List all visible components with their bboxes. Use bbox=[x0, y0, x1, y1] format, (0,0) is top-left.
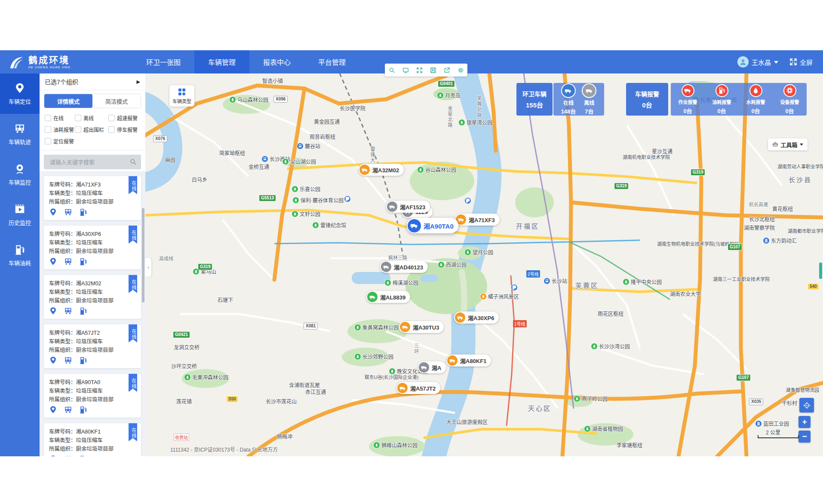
locate-icon[interactable] bbox=[49, 406, 57, 414]
vehicle-type: 垃圾压缩车 bbox=[76, 388, 103, 394]
measure-frame-icon[interactable] bbox=[402, 67, 409, 74]
filter-parking-alarm[interactable]: 停车报警 bbox=[108, 126, 138, 133]
fullscreen-button[interactable]: 全屏 bbox=[789, 58, 813, 67]
map-poi-label: 燕子岭公园 bbox=[574, 395, 608, 402]
nav-item-vehicle-management[interactable]: 车辆管理 bbox=[194, 50, 249, 73]
checkbox[interactable] bbox=[108, 115, 115, 121]
map-canvas[interactable]: 智造小镇乌山森林公园长沙医学院黄金园互通月亮岛观音岩枢纽银星湾公园金星北路芙蓉北… bbox=[145, 73, 823, 456]
track-icon[interactable] bbox=[64, 257, 72, 266]
vehicle-card[interactable]: 车牌号码：湘A90TA0 车辆类型：垃圾压缩车 所属组织：厨余垃圾项目部 在线 bbox=[44, 374, 141, 418]
export-icon[interactable] bbox=[443, 67, 451, 74]
locate-icon[interactable] bbox=[49, 356, 57, 364]
vehicle-track-icon bbox=[14, 123, 25, 134]
metro-line-tag: 1号线 bbox=[513, 320, 527, 327]
track-icon[interactable] bbox=[64, 208, 72, 216]
filter-fuel-alarm[interactable]: 油耗报警 bbox=[45, 126, 75, 133]
map-poi-label: 谷山森林公园 bbox=[417, 166, 456, 173]
settings-gear-icon[interactable] bbox=[457, 67, 464, 74]
vehicle-marker[interactable]: 湘A32M02 bbox=[359, 164, 404, 176]
nav-item-platform-management[interactable]: 平台管理 bbox=[304, 50, 359, 73]
expand-icon[interactable] bbox=[416, 67, 423, 74]
checkbox[interactable] bbox=[108, 126, 115, 133]
zoom-search-icon[interactable] bbox=[388, 67, 396, 74]
checkbox[interactable] bbox=[75, 115, 81, 121]
user-menu[interactable]: 王水晶 bbox=[737, 56, 778, 67]
map-text-label: 含浦街道瓦屋 bbox=[289, 381, 320, 388]
vehicle-type-button[interactable]: 车辆类型 bbox=[169, 85, 194, 107]
track-icon[interactable] bbox=[64, 356, 72, 364]
map-poi-label: 保利·麓谷体育公园 bbox=[292, 196, 344, 204]
online-truck-icon bbox=[561, 83, 576, 98]
sidebar-item-vehicle-track[interactable]: 车辆轨迹 bbox=[0, 114, 40, 154]
vehicle-marker[interactable]: 湘A57JT2 bbox=[396, 382, 440, 394]
stat-offline: 离线 7台 bbox=[582, 83, 596, 115]
map-poi-label: 长沙站 bbox=[544, 277, 567, 284]
track-icon[interactable] bbox=[64, 307, 72, 315]
checkbox[interactable] bbox=[45, 126, 51, 133]
tab-simple-mode[interactable]: 简洁模式 bbox=[92, 94, 141, 108]
locate-icon[interactable] bbox=[49, 257, 57, 266]
vehicle-marker[interactable]: 湘A30XP6 bbox=[454, 312, 499, 324]
vehicle-card[interactable]: 车牌号码：湘A32M02 车辆类型：垃圾压缩车 所属组织：厨余垃圾项目部 在线 bbox=[44, 275, 141, 319]
nav-item-overview-map[interactable]: 环卫一张图 bbox=[132, 50, 194, 73]
locate-icon[interactable] bbox=[49, 208, 57, 216]
vehicle-marker[interactable]: 湘A30TU3 bbox=[399, 321, 444, 333]
truck-icon bbox=[381, 262, 391, 272]
sidebar-item-vehicle-fuel[interactable]: 车辆油耗 bbox=[0, 235, 40, 275]
search-input[interactable] bbox=[49, 159, 132, 166]
fuel-icon[interactable] bbox=[79, 307, 87, 315]
zoom-out-button[interactable]: − bbox=[798, 431, 811, 443]
map-scrollbar-thumb[interactable] bbox=[819, 263, 822, 279]
vehicle-plate: 湘A57JT2 bbox=[76, 330, 100, 336]
checkbox[interactable] bbox=[75, 126, 81, 133]
sidebar-item-vehicle-locate[interactable]: 车辆定位 bbox=[0, 73, 40, 114]
locate-icon[interactable] bbox=[49, 455, 57, 456]
fuel-icon[interactable] bbox=[79, 455, 87, 456]
locate-button[interactable] bbox=[799, 398, 814, 412]
tab-detail-mode[interactable]: 详情模式 bbox=[44, 94, 92, 108]
vehicle-plate: 湘A80KF1 bbox=[76, 429, 101, 435]
locate-icon[interactable] bbox=[49, 307, 57, 315]
filter-locate-alarm[interactable]: 定位报警 bbox=[45, 137, 75, 145]
filter-online[interactable]: 在线 bbox=[45, 114, 75, 122]
fuel-icon[interactable] bbox=[79, 208, 87, 216]
panel-collapse-handle[interactable]: ‹ bbox=[145, 258, 151, 277]
vehicle-card[interactable]: 车牌号码：湘A71XF3 车辆类型：垃圾压缩车 所属组织：厨余垃圾项目部 在线 bbox=[44, 176, 141, 220]
map-text-label: 莲花镇 bbox=[176, 397, 192, 405]
fuel-icon[interactable] bbox=[79, 356, 87, 364]
vehicle-marker[interactable]: 湘A71XF3 bbox=[455, 214, 500, 226]
vehicle-marker[interactable]: 湘A80KF1 bbox=[446, 354, 491, 367]
search-icon[interactable] bbox=[129, 158, 137, 167]
sidebar-item-vehicle-monitor[interactable]: 车辆监控 bbox=[0, 154, 40, 195]
vehicle-card[interactable]: 车牌号码：湘A57JT2 车辆类型：垃圾压缩车 所属组织：厨余垃圾项目部 在线 bbox=[44, 324, 141, 368]
panel-scrollbar-thumb[interactable] bbox=[142, 208, 144, 302]
stat-count: 0台 bbox=[642, 100, 652, 109]
org-selector[interactable]: 已选7个组织 ▶ bbox=[40, 73, 145, 90]
vehicle-marker[interactable]: 湘A90TA0 bbox=[407, 218, 458, 233]
filter-overspeed-alarm[interactable]: 超速报警 bbox=[108, 114, 138, 122]
park-icon bbox=[184, 374, 191, 381]
checkbox[interactable] bbox=[45, 115, 51, 121]
track-icon[interactable] bbox=[64, 455, 72, 456]
vehicle-marker[interactable]: 湘AL8839 bbox=[366, 291, 410, 303]
vehicle-card[interactable]: 车牌号码：湘A80KF1 车辆类型：垃圾压缩车 所属组织：厨余垃圾项目部 在线 bbox=[44, 423, 141, 456]
nav-item-report-center[interactable]: 报表中心 bbox=[249, 50, 304, 73]
filter-offline[interactable]: 离线 bbox=[75, 114, 108, 122]
filter-geofence-alarm[interactable]: 超出围栏 bbox=[75, 126, 108, 133]
vehicle-marker[interactable]: 湘A bbox=[418, 361, 446, 373]
zoom-in-button[interactable]: + bbox=[798, 416, 811, 428]
track-icon[interactable] bbox=[64, 406, 72, 414]
vehicle-marker[interactable]: 湘AF1523 bbox=[386, 201, 430, 213]
fuel-icon[interactable] bbox=[79, 406, 87, 414]
map-scale-label: 2 公里 bbox=[766, 428, 780, 436]
vehicle-card[interactable]: 车牌号码：湘A30XP6 车辆类型：垃圾压缩车 所属组织：厨余垃圾项目部 在线 bbox=[44, 226, 141, 269]
checkbox[interactable] bbox=[45, 138, 51, 144]
road-shield: G319 bbox=[691, 169, 705, 176]
save-icon[interactable] bbox=[430, 67, 437, 74]
map-toolbar bbox=[385, 64, 467, 76]
sidebar-item-history-monitor[interactable]: 历史监控 bbox=[0, 195, 40, 235]
toolbox-button[interactable]: 工具箱 bbox=[768, 138, 808, 150]
stat-fuel-alarm: 油耗报警 0台 bbox=[705, 84, 739, 115]
vehicle-marker[interactable]: 湘AD40123 bbox=[380, 261, 428, 273]
fuel-icon[interactable] bbox=[79, 257, 87, 266]
